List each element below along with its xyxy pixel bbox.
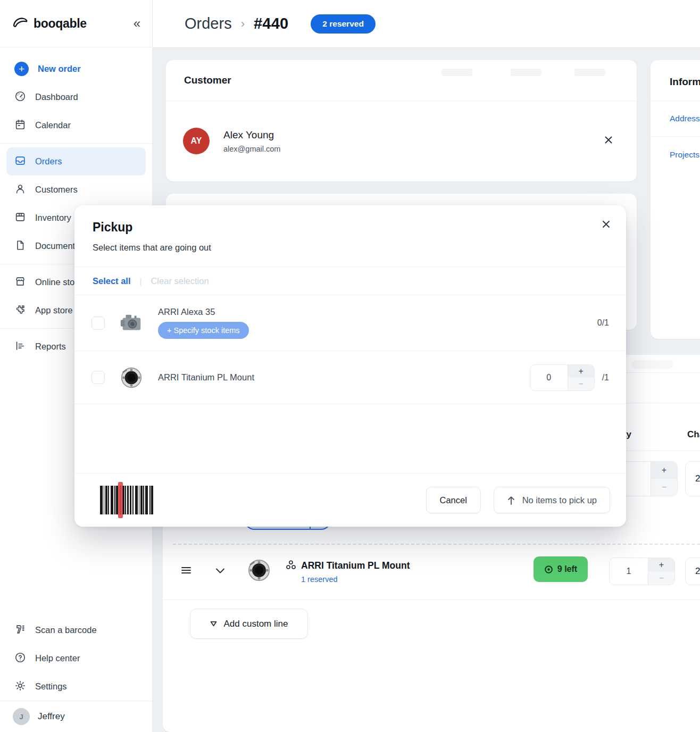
charge-field[interactable]: 2 bbox=[685, 461, 700, 496]
sidebar-item-label: Reports bbox=[35, 342, 66, 352]
sidebar-item-new-order[interactable]: + New order bbox=[6, 55, 146, 83]
triangle-down-icon bbox=[210, 621, 217, 627]
address-link[interactable]: Address bbox=[670, 114, 700, 123]
user-menu[interactable]: J Jeffrey bbox=[0, 701, 152, 732]
pickup-progress: /1 bbox=[602, 373, 609, 382]
faded-pill bbox=[632, 360, 673, 369]
sidebar-item-scan-barcode[interactable]: Scan a barcode bbox=[6, 616, 146, 644]
order-line-left: ARRI Titanium PL Mount 1 reserved bbox=[181, 558, 410, 585]
availability-label: 9 left bbox=[557, 564, 577, 574]
page-title: #440 bbox=[254, 15, 288, 32]
sidebar-item-dashboard[interactable]: Dashboard bbox=[6, 83, 146, 111]
plus-circle-icon: + bbox=[14, 62, 29, 76]
add-custom-line-label: Add custom line bbox=[224, 619, 288, 629]
sidebar-item-customers[interactable]: Customers bbox=[6, 176, 146, 204]
address-row[interactable]: Address bbox=[651, 101, 700, 137]
sidebar-item-label: Settings bbox=[35, 681, 67, 692]
increment-button[interactable]: + bbox=[568, 365, 594, 378]
sidebar-item-label: Customers bbox=[35, 185, 78, 195]
item-checkbox[interactable] bbox=[91, 371, 105, 384]
sidebar-item-label: Orders bbox=[35, 156, 62, 167]
dashed-divider bbox=[173, 544, 700, 545]
inventory-icon bbox=[14, 211, 26, 225]
sidebar-item-orders[interactable]: Orders bbox=[6, 147, 146, 176]
decrement-button[interactable]: − bbox=[648, 571, 674, 585]
storefront-icon bbox=[14, 276, 26, 289]
avatar: J bbox=[13, 708, 30, 725]
confirm-pickup-button[interactable]: No items to pick up bbox=[494, 487, 610, 513]
pickup-item-name: ARRI Titanium PL Mount bbox=[158, 372, 530, 382]
modal-footer: Cancel No items to pick up bbox=[74, 473, 626, 527]
projects-link[interactable]: Projects bbox=[670, 150, 699, 160]
sidebar-item-help-center[interactable]: Help center bbox=[6, 644, 146, 672]
target-icon bbox=[544, 565, 553, 574]
customers-icon bbox=[14, 183, 26, 197]
customer-card: Customer AY Alex Young alex@gmail.com bbox=[166, 60, 637, 181]
chevron-down-icon[interactable] bbox=[215, 567, 225, 576]
remove-customer-button[interactable] bbox=[604, 135, 620, 147]
separator: | bbox=[140, 277, 142, 286]
availability-badge: 9 left bbox=[534, 556, 588, 582]
add-custom-line-button[interactable]: Add custom line bbox=[190, 609, 308, 639]
quantity-value[interactable]: 0 bbox=[530, 365, 568, 390]
sidebar-item-label: Inventory bbox=[35, 213, 71, 223]
quantity-value[interactable]: 1 bbox=[610, 558, 648, 585]
pickup-quantity-stepper[interactable]: 0 + − bbox=[530, 364, 595, 391]
customer-name: Alex Young bbox=[223, 129, 280, 141]
page-header: Orders › #440 2 reserved bbox=[153, 0, 700, 48]
projects-row[interactable]: Projects bbox=[651, 137, 700, 172]
faded-pill bbox=[511, 69, 541, 76]
order-line-row: ARRI Titanium PL Mount 1 reserved 9 left… bbox=[163, 548, 700, 595]
sidebar-bottom-group: Scan a barcode Help center Settings bbox=[6, 616, 146, 701]
reserved-link[interactable]: 1 reserved bbox=[301, 575, 410, 584]
scanline bbox=[118, 482, 123, 518]
product-thumbnail bbox=[119, 365, 144, 390]
puzzle-icon bbox=[14, 304, 26, 318]
increment-button[interactable]: + bbox=[651, 462, 677, 479]
product-thumbnail bbox=[246, 558, 272, 585]
decrement-button[interactable]: − bbox=[568, 378, 594, 390]
order-line-product-name: ARRI Titanium PL Mount bbox=[301, 560, 410, 571]
pickup-modal: Pickup Select items that are going out S… bbox=[74, 205, 626, 527]
close-icon[interactable] bbox=[601, 219, 611, 231]
modal-title: Pickup bbox=[93, 220, 608, 235]
chevron-right-icon: › bbox=[241, 17, 245, 31]
decrement-button[interactable]: − bbox=[651, 479, 677, 496]
confirm-pickup-label: No items to pick up bbox=[522, 495, 597, 505]
sidebar-item-label: Scan a barcode bbox=[35, 625, 97, 635]
specify-stock-items-button[interactable]: + Specify stock items bbox=[158, 322, 249, 339]
charge-field[interactable]: 2 bbox=[685, 558, 700, 585]
app-window: booqable « + New order Dashboard Calenda… bbox=[0, 0, 700, 732]
sidebar-item-label: App store bbox=[35, 305, 73, 315]
collapse-sidebar-button[interactable]: « bbox=[134, 17, 140, 30]
status-badge: 2 reserved bbox=[311, 14, 376, 34]
drag-handle-icon[interactable] bbox=[181, 566, 191, 577]
breadcrumb-orders-link[interactable]: Orders bbox=[185, 15, 232, 32]
information-title: Information bbox=[651, 60, 700, 101]
clear-selection-link[interactable]: Clear selection bbox=[151, 276, 209, 286]
dashboard-icon bbox=[14, 90, 26, 104]
document-icon bbox=[14, 239, 26, 253]
sidebar-item-label: Help center bbox=[35, 653, 80, 663]
cancel-button[interactable]: Cancel bbox=[426, 487, 481, 513]
brand-name: booqable bbox=[34, 16, 87, 31]
sidebar-item-calendar[interactable]: Calendar bbox=[6, 111, 146, 139]
increment-button[interactable]: + bbox=[648, 558, 674, 571]
sidebar-item-settings[interactable]: Settings bbox=[6, 672, 146, 701]
item-checkbox[interactable] bbox=[91, 317, 105, 330]
sidebar-item-label: Dashboard bbox=[35, 92, 78, 102]
help-icon bbox=[14, 652, 26, 666]
column-header-charge: Charge bbox=[687, 429, 700, 440]
customer-email: alex@gmail.com bbox=[223, 145, 280, 153]
bundle-icon bbox=[286, 560, 296, 572]
pickup-item-row: ARRI Titanium PL Mount 0 + − /1 bbox=[74, 351, 626, 404]
quantity-stepper[interactable]: 1 + − bbox=[609, 558, 675, 585]
customer-card-header: Customer bbox=[166, 60, 637, 101]
select-all-link[interactable]: Select all bbox=[93, 276, 131, 286]
pickup-progress: 0/1 bbox=[597, 318, 609, 328]
customer-row: AY Alex Young alex@gmail.com bbox=[166, 101, 637, 181]
user-name: Jeffrey bbox=[38, 711, 65, 722]
modal-header: Pickup Select items that are going out bbox=[74, 205, 626, 253]
faded-pill bbox=[574, 69, 605, 76]
sidebar-logo-row: booqable « bbox=[0, 0, 152, 47]
